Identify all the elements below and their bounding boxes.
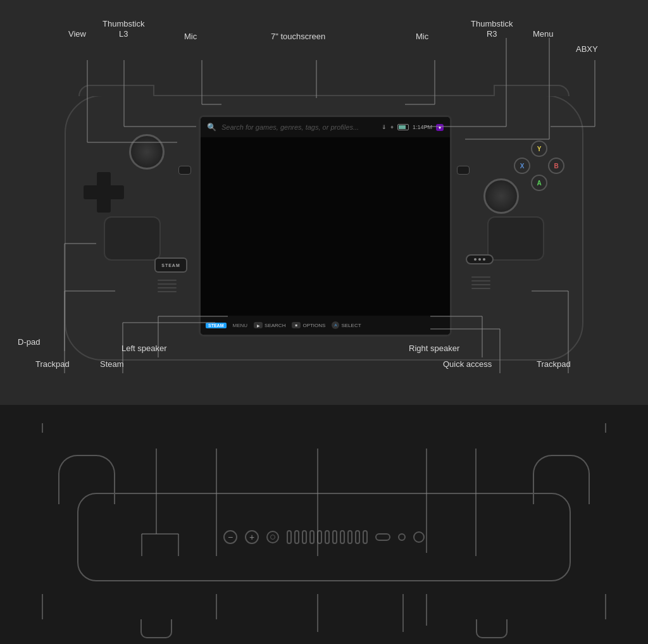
usb-c-port <box>375 533 390 541</box>
fan-grille <box>287 530 368 544</box>
stand-left <box>140 619 172 638</box>
options-btn-icon: ■ <box>292 322 301 328</box>
battery-icon <box>397 124 409 130</box>
stand-right <box>476 619 508 638</box>
steam-deck-front: STEAM 🔍 Search for games, <box>65 95 583 361</box>
b-button[interactable]: B <box>548 158 564 174</box>
clock: 1:14PM <box>413 124 432 130</box>
select-btn-badge: A SELECT <box>332 321 361 329</box>
quick-access-button[interactable] <box>466 254 494 264</box>
menu-label: MENU <box>233 323 248 328</box>
download-icon: ⇓ <box>382 124 387 130</box>
left-trigger-area <box>78 85 154 96</box>
steam-badge: STEAM <box>206 323 227 328</box>
status-led <box>398 533 406 541</box>
volume-down-button[interactable]: − <box>223 530 237 544</box>
screen-topbar: 🔍 Search for games, genres, tags, or pro… <box>201 117 450 137</box>
l2-trigger[interactable] <box>58 455 115 486</box>
user-badge: ♦ <box>436 124 444 131</box>
top-section: STEAM 🔍 Search for games, <box>0 0 648 405</box>
x-button[interactable]: X <box>514 158 530 174</box>
label-abxy: ABXY <box>576 44 598 54</box>
volume-up-button[interactable]: + <box>245 530 259 544</box>
label-thumbstick-l3: ThumbstickL3 <box>103 19 144 39</box>
y-button[interactable]: Y <box>531 140 547 157</box>
search-btn-badge: ▶ SEARCH <box>254 322 285 328</box>
menu-button[interactable] <box>457 166 470 175</box>
label-quick-access: Quick access <box>443 359 492 369</box>
label-steam: Steam <box>100 359 124 369</box>
screen[interactable]: 🔍 Search for games, genres, tags, or pro… <box>199 115 452 337</box>
label-thumbstick-r3: ThumbstickR3 <box>471 19 513 39</box>
back-body: − + <box>77 493 571 581</box>
steam-button[interactable]: STEAM <box>154 257 187 273</box>
label-touchscreen: 7" touchscreen <box>271 32 325 41</box>
abxy-group: Y X B A <box>514 140 564 191</box>
bottom-controls-row: − + <box>223 530 425 544</box>
bottom-section: − + <box>0 405 648 644</box>
r2-trigger[interactable] <box>533 455 590 486</box>
screen-bottombar: STEAM MENU ▶ SEARCH ■ OPTIONS A <box>201 316 450 335</box>
trackpad-right[interactable] <box>487 216 544 261</box>
dpad[interactable] <box>84 172 124 213</box>
right-trigger-area <box>494 85 570 96</box>
label-mic-left: Mic <box>184 32 197 41</box>
label-trackpad-right: Trackpad <box>537 359 571 369</box>
speaker-left <box>158 280 180 297</box>
label-view: View <box>68 29 86 39</box>
a-button-icon: A <box>332 321 339 329</box>
thumbstick-left[interactable] <box>129 134 165 170</box>
wifi-icon: ⌖ <box>390 124 394 131</box>
label-left-speaker: Left speaker <box>122 344 167 353</box>
options-btn-badge: ■ OPTIONS <box>292 322 325 328</box>
search-icon: 🔍 <box>207 123 216 132</box>
label-trackpad-left: Trackpad <box>35 359 70 369</box>
steam-deck-back: − + <box>39 455 609 619</box>
label-dpad: D-pad <box>18 337 40 347</box>
power-button[interactable] <box>413 531 425 543</box>
label-menu: Menu <box>533 29 554 39</box>
search-btn-icon: ▶ <box>254 322 263 328</box>
headphone-jack <box>266 531 279 543</box>
label-right-speaker: Right speaker <box>409 344 459 353</box>
screen-main <box>201 137 450 316</box>
search-field: Search for games, genres, tags, or profi… <box>221 123 377 131</box>
speaker-right <box>471 276 494 294</box>
label-mic-right: Mic <box>416 32 428 41</box>
view-button[interactable] <box>178 166 191 175</box>
screen-status: ⇓ ⌖ 1:14PM ♦ <box>382 124 444 131</box>
trackpad-left[interactable] <box>104 216 161 261</box>
a-button[interactable]: A <box>531 175 547 191</box>
